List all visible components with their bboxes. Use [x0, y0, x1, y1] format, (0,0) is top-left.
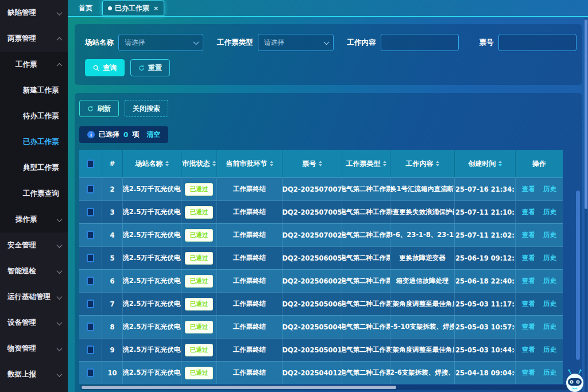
view-link[interactable]: 查看: [522, 231, 535, 239]
cell-status: 已通过: [181, 293, 217, 315]
header-cell-step[interactable]: 当前审批环节: [217, 150, 283, 177]
horizontal-scrollbar-thumb[interactable]: [82, 386, 396, 389]
history-link[interactable]: 历史: [543, 185, 556, 193]
row-checkbox[interactable]: [87, 185, 94, 193]
row-checkbox[interactable]: [87, 277, 94, 285]
page-scrollbar[interactable]: [585, 18, 587, 392]
tab-done-label: 已办工作票: [115, 3, 149, 13]
ticket-type-select[interactable]: 请选择: [258, 34, 334, 51]
column-label: #: [109, 160, 115, 168]
row-checkbox[interactable]: [87, 231, 94, 239]
sidebar-item[interactable]: 安全管理: [0, 232, 68, 258]
view-link[interactable]: 查看: [522, 346, 535, 354]
filter-buttons-row: 查询 重置: [85, 59, 572, 76]
tab-done-work-tickets[interactable]: 已办工作票 ×: [102, 1, 164, 16]
cell-index: 3: [102, 201, 123, 223]
page-scrollbar-thumb[interactable]: [585, 20, 587, 209]
cell-index: 7: [102, 293, 123, 315]
sidebar-item[interactable]: 物资管理: [0, 336, 68, 362]
view-link[interactable]: 查看: [522, 277, 535, 285]
cell-checkbox: [79, 362, 102, 384]
view-link[interactable]: 查看: [522, 254, 535, 262]
view-link[interactable]: 查看: [522, 208, 535, 216]
view-link[interactable]: 查看: [522, 185, 535, 193]
view-link[interactable]: 查看: [522, 300, 535, 308]
history-link[interactable]: 历史: [543, 346, 556, 354]
sidebar-item[interactable]: 设备管理: [0, 310, 68, 336]
sidebar-item[interactable]: 工作票: [0, 52, 68, 77]
sort-icon[interactable]: [498, 161, 502, 166]
cell-created-time: 2025-06-18 22:40:36: [455, 270, 516, 292]
sidebar-item[interactable]: 工作票查询: [0, 181, 68, 207]
header-cell-status[interactable]: 审批状态: [181, 150, 217, 177]
cell-created-time: 2025-05-03 10:44:48: [455, 339, 516, 361]
history-link[interactable]: 历史: [543, 277, 556, 285]
table-vertical-scrollbar-thumb[interactable]: [576, 191, 580, 360]
table-row: 10临洮2.5万千瓦光伏电...已通过工作票终结DQ2-202504012电气第…: [79, 361, 563, 384]
search-button-label: 查询: [103, 63, 117, 73]
history-link[interactable]: 历史: [543, 368, 556, 377]
header-cell-created[interactable]: 创建时间: [455, 150, 516, 177]
select-all-checkbox[interactable]: [87, 160, 94, 168]
row-checkbox[interactable]: [87, 323, 94, 331]
sidebar-item[interactable]: 数据上报: [0, 362, 68, 387]
station-name-select[interactable]: 请选择: [118, 34, 203, 51]
header-cell-ticket_no[interactable]: 票号: [283, 150, 342, 177]
tab-close-icon[interactable]: ×: [153, 5, 158, 12]
selection-count: 0: [123, 131, 128, 139]
sidebar-item[interactable]: 缺陷管理: [0, 0, 68, 26]
chevron-down-icon: [57, 242, 63, 248]
cell-created-time: 2025-06-19 09:12:22: [455, 247, 516, 269]
cell-station: 临洮2.5万千瓦光伏电...: [123, 270, 181, 292]
cell-created-time: 2025-07-11 21:10:27: [455, 201, 516, 223]
close-search-button[interactable]: 关闭搜索: [125, 100, 168, 117]
row-checkbox[interactable]: [87, 300, 94, 308]
history-link[interactable]: 历史: [543, 231, 556, 239]
cell-station: 临洮2.5万千瓦光伏电...: [123, 362, 181, 384]
sort-icon[interactable]: [319, 161, 322, 166]
sidebar-item[interactable]: 两票管理: [0, 26, 68, 52]
cell-ticket-no: DQ2-202505006: [283, 293, 342, 315]
history-link[interactable]: 历史: [543, 323, 556, 331]
sort-icon[interactable]: [165, 161, 169, 166]
ticket-no-input[interactable]: [498, 34, 577, 51]
history-link[interactable]: 历史: [543, 254, 556, 262]
table-row: 7临洮2.5万千瓦光伏电...已通过工作票终结DQ2-202505006电气第二…: [79, 292, 563, 315]
reset-button[interactable]: 重置: [130, 59, 170, 76]
header-cell-station[interactable]: 场站名称: [123, 150, 181, 177]
sidebar-item[interactable]: 待办工作票: [0, 103, 68, 129]
row-checkbox[interactable]: [87, 208, 94, 216]
sidebar-item[interactable]: 智能巡检: [0, 258, 68, 284]
view-link[interactable]: 查看: [522, 368, 535, 377]
history-link[interactable]: 历史: [543, 300, 556, 308]
sort-icon[interactable]: [270, 161, 273, 166]
sidebar-item[interactable]: 已办工作票: [0, 129, 68, 155]
row-checkbox[interactable]: [87, 254, 94, 262]
status-badge: 已通过: [185, 298, 214, 311]
chevron-down-icon: [57, 320, 63, 325]
sidebar-item[interactable]: 运行基础管理: [0, 284, 68, 310]
row-checkbox[interactable]: [87, 368, 94, 377]
refresh-button[interactable]: 刷新: [79, 100, 119, 117]
work-content-input[interactable]: [381, 34, 459, 51]
sidebar-item[interactable]: 典型工作票: [0, 155, 68, 181]
horizontal-scrollbar[interactable]: [80, 385, 572, 390]
table-row: 9临洮2.5万千瓦光伏电...已通过工作票终结DQ2-202505001电气第二…: [79, 338, 563, 361]
sort-icon[interactable]: [383, 161, 386, 166]
cell-approval-step: 工作票终结: [217, 339, 283, 361]
header-cell-type[interactable]: 工作票类型: [342, 150, 390, 177]
header-cell-content[interactable]: 工作内容: [390, 150, 455, 177]
history-link[interactable]: 历史: [543, 208, 556, 216]
cell-work-content: 箱变通信故障处理: [390, 270, 455, 292]
tab-home[interactable]: 首页: [74, 1, 98, 15]
clear-selection-link[interactable]: 清空: [146, 130, 160, 139]
sort-icon[interactable]: [212, 161, 216, 166]
view-link[interactable]: 查看: [522, 323, 535, 331]
search-button[interactable]: 查询: [85, 59, 125, 76]
assistant-robot-icon[interactable]: [563, 369, 587, 392]
sort-icon[interactable]: [436, 161, 439, 166]
cell-operations: 查看历史: [516, 362, 563, 384]
sidebar-item[interactable]: 操作票: [0, 207, 68, 232]
row-checkbox[interactable]: [87, 346, 94, 354]
sidebar-item[interactable]: 新建工作票: [0, 77, 68, 103]
